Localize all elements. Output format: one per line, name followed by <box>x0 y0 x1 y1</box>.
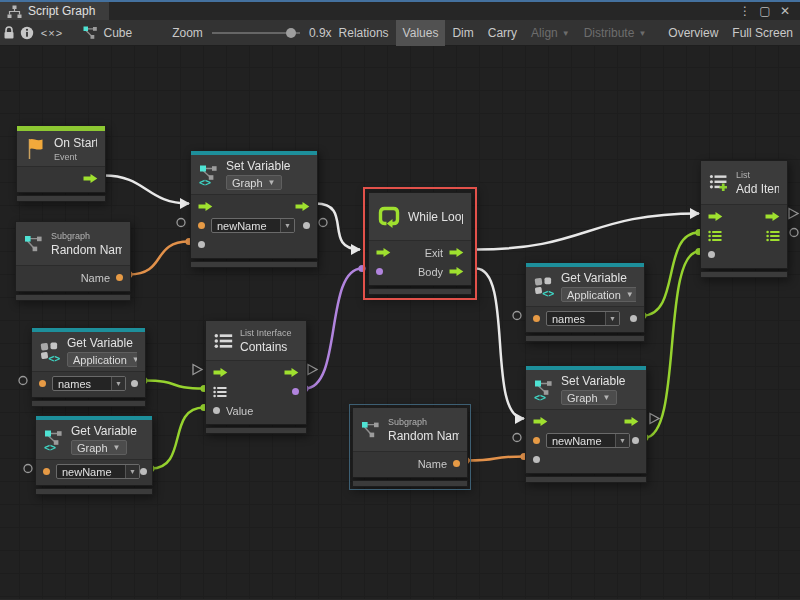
port-row <box>206 382 306 401</box>
flow-port[interactable] <box>624 416 639 427</box>
toolbar-button-values[interactable]: Values <box>396 20 446 46</box>
port-row <box>191 197 317 216</box>
variable-name-dropdown[interactable]: names▼ <box>546 311 620 326</box>
chevron-down-icon[interactable]: ▼ <box>125 465 139 478</box>
value-port-gray[interactable] <box>198 241 205 248</box>
wire[interactable] <box>151 408 204 469</box>
value-port-orange[interactable] <box>533 437 540 444</box>
value-port-orange[interactable] <box>43 468 50 475</box>
on-start-event-node[interactable]: On StartEvent <box>16 125 106 202</box>
toolbar-button-overview[interactable]: Overview <box>661 20 725 46</box>
chevron-down-icon: ▼ <box>113 443 121 452</box>
zoom-slider-handle[interactable] <box>286 28 296 38</box>
unconnected-value-indicator <box>19 377 27 385</box>
variable-name-dropdown[interactable]: newName▼ <box>211 218 295 233</box>
value-port-purple[interactable] <box>376 268 383 275</box>
wire[interactable] <box>476 269 524 419</box>
wire[interactable] <box>305 269 362 389</box>
graph-canvas[interactable]: On StartEvent<>Set VariableGraph▼newName… <box>0 46 800 599</box>
node-title: While Loop <box>408 210 463 224</box>
flow-port[interactable] <box>449 266 464 277</box>
flow-port[interactable] <box>83 173 98 184</box>
value-port-orange[interactable] <box>533 315 540 322</box>
value-port-orange[interactable] <box>453 460 460 467</box>
while-loop-node[interactable]: While LoopExitBody <box>363 187 477 300</box>
node-footer <box>16 195 106 202</box>
zoom-slider[interactable] <box>212 32 300 34</box>
wire[interactable] <box>466 457 524 461</box>
value-port-gray[interactable] <box>140 468 147 475</box>
node-footer <box>525 476 647 483</box>
subgraph-random-name-left-node[interactable]: SubgraphRandom NameName <box>15 221 131 301</box>
toolbar-button-carry[interactable]: Carry <box>481 20 524 46</box>
value-port-gray[interactable] <box>708 251 715 258</box>
value-port-purple[interactable] <box>292 388 299 395</box>
variable-scope-dropdown[interactable]: Application▼ <box>561 287 636 302</box>
lock-button[interactable] <box>0 20 18 46</box>
value-port-orange[interactable] <box>198 222 205 229</box>
list-add-item-node[interactable]: ListAdd Item <box>700 160 788 278</box>
unconnected-flow-indicator <box>789 209 798 219</box>
chevron-down-icon: ▼ <box>626 290 634 299</box>
flow-port[interactable] <box>376 247 391 258</box>
wire[interactable] <box>104 176 189 204</box>
variable-scope-dropdown[interactable]: Graph▼ <box>226 175 282 190</box>
list-port[interactable] <box>766 230 780 242</box>
port-row: Value <box>206 401 306 420</box>
set-variable-left-node[interactable]: <>Set VariableGraph▼newName▼ <box>190 150 318 268</box>
value-port-orange[interactable] <box>39 380 46 387</box>
zoom-label: Zoom <box>172 26 203 40</box>
list-contains-node[interactable]: List InterfaceContainsValue <box>205 320 307 434</box>
flow-port[interactable] <box>708 211 723 222</box>
get-variable-names-right-node[interactable]: <>Get VariableApplication▼names▼ <box>525 262 645 342</box>
port-row <box>206 363 306 382</box>
graph-reference[interactable]: Cube <box>83 26 133 40</box>
variable-name-dropdown[interactable]: newName▼ <box>546 433 630 448</box>
value-port-gray[interactable] <box>213 407 220 414</box>
wire[interactable] <box>144 381 204 389</box>
chevron-down-icon[interactable]: ▼ <box>111 377 125 390</box>
toolbar-button-relations[interactable]: Relations <box>332 20 396 46</box>
code-toggle-button[interactable]: <×> <box>35 20 68 46</box>
list-port[interactable] <box>708 230 722 242</box>
variable-scope-dropdown[interactable]: Graph▼ <box>71 440 127 455</box>
set-variable-right-node[interactable]: <>Set VariableGraph▼newName▼ <box>525 365 647 483</box>
value-port-gray[interactable] <box>533 456 540 463</box>
varGraph-icon: <> <box>44 429 64 451</box>
flow-port[interactable] <box>533 416 548 427</box>
value-port-gray[interactable] <box>630 315 637 322</box>
wire[interactable] <box>476 214 699 250</box>
chevron-down-icon[interactable]: ▼ <box>605 312 619 325</box>
wire[interactable] <box>129 242 189 275</box>
value-port-gray[interactable] <box>632 437 639 444</box>
unconnected-value-indicator <box>319 219 327 227</box>
menu-icon[interactable]: ⋮ <box>735 2 755 20</box>
flow-port[interactable] <box>449 247 464 258</box>
value-port-gray[interactable] <box>303 222 310 229</box>
variable-scope-dropdown[interactable]: Application▼ <box>67 352 137 367</box>
wire[interactable] <box>643 233 699 316</box>
toolbar-button-full-screen[interactable]: Full Screen <box>725 20 800 46</box>
info-button[interactable] <box>18 20 36 46</box>
variable-name-dropdown[interactable]: newName▼ <box>56 464 140 479</box>
flow-port[interactable] <box>295 201 310 212</box>
variable-name-dropdown[interactable]: names▼ <box>52 376 126 391</box>
value-port-gray[interactable] <box>131 380 138 387</box>
chevron-down-icon[interactable]: ▼ <box>615 434 629 447</box>
subgraph-random-name-center-node[interactable]: SubgraphRandom NameName <box>349 404 471 490</box>
close-icon[interactable]: ✕ <box>775 2 795 20</box>
flow-port[interactable] <box>213 367 228 378</box>
tab-script-graph[interactable]: Script Graph <box>0 2 109 20</box>
flow-port[interactable] <box>284 367 299 378</box>
get-variable-names-left-node[interactable]: <>Get VariableApplication▼names▼ <box>31 327 146 407</box>
wire[interactable] <box>645 252 699 438</box>
chevron-down-icon[interactable]: ▼ <box>280 219 294 232</box>
variable-scope-dropdown[interactable]: Graph▼ <box>561 390 617 405</box>
flow-port[interactable] <box>765 211 780 222</box>
list-port[interactable] <box>213 386 227 398</box>
flow-port[interactable] <box>198 201 213 212</box>
maximize-icon[interactable]: ▢ <box>755 2 775 20</box>
get-variable-newname-left-node[interactable]: <>Get VariableGraph▼newName▼ <box>35 415 153 495</box>
value-port-orange[interactable] <box>116 274 123 281</box>
toolbar-button-dim[interactable]: Dim <box>445 20 480 46</box>
